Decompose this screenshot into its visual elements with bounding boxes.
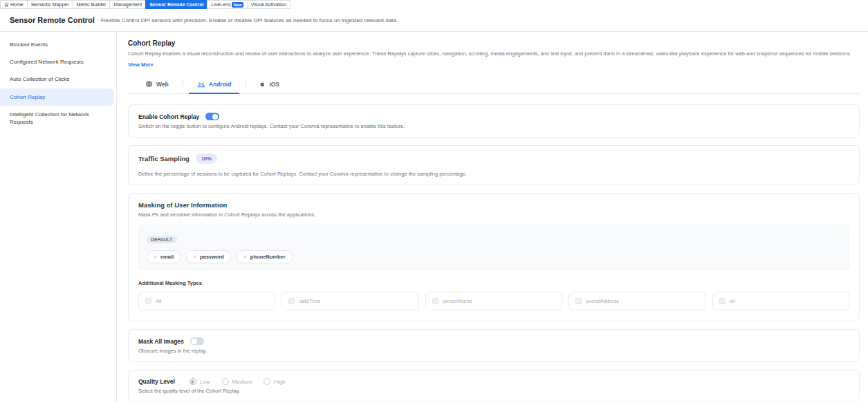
mask-all-images-description: Obscure images in the replay. (138, 348, 849, 354)
tab-divider (245, 79, 246, 86)
quality-option-high[interactable]: High (264, 378, 285, 385)
sidebar-item-blocked-events[interactable]: Blocked Events (0, 36, 114, 53)
masking-option-url[interactable]: url (712, 292, 849, 310)
masking-option-person-name[interactable]: personName (425, 292, 562, 310)
new-badge: New (232, 2, 243, 8)
chip-label: email (160, 254, 174, 260)
checkbox-icon[interactable] (145, 298, 151, 304)
additional-masking-types-label: Additional Masking Types (138, 280, 849, 286)
traffic-sampling-title: Traffic Sampling (138, 155, 190, 162)
default-masking-box: DEFAULT email password phoneNumber (138, 225, 849, 270)
quality-level-title: Quality Level (138, 378, 175, 385)
nav-tab-visual-activation[interactable]: Visual Activation (247, 0, 290, 9)
nav-tab-label: Semantic Mapper (31, 2, 69, 7)
mask-all-images-toggle[interactable] (190, 337, 204, 345)
additional-masking-options: All dateTime personName postalAddress (138, 292, 849, 310)
checkbox-icon[interactable] (432, 298, 438, 304)
globe-icon (145, 80, 153, 88)
page-title: Sensor Remote Control (10, 16, 95, 24)
traffic-sampling-card: Traffic Sampling 10% Define the percenta… (128, 145, 860, 185)
tab-web[interactable]: Web (135, 77, 179, 93)
masking-option-label: dateTime (299, 298, 320, 304)
top-navigation: Home Semantic Mapper Metric Builder Mana… (0, 0, 868, 9)
enable-cohort-replay-card: Enable Cohort Replay Switch on the toggl… (128, 104, 860, 138)
toggle-knob (212, 114, 218, 120)
home-icon (4, 2, 9, 7)
sidebar: Blocked Events Configured Network Reques… (0, 32, 116, 403)
page-header: Sensor Remote Control Flexible Control D… (0, 9, 868, 32)
nav-tab-label: Management (113, 2, 142, 7)
radio-icon[interactable] (222, 378, 229, 385)
check-icon (243, 254, 248, 260)
chip-phone-number: phoneNumber (237, 250, 293, 263)
mask-all-images-title: Mask All Images (138, 338, 184, 345)
quality-level-card: Quality Level Low Medium High (128, 370, 860, 402)
sidebar-item-auto-collection-of-clicks[interactable]: Auto Collection of Clicks (0, 71, 114, 88)
mask-all-images-card: Mask All Images Obscure images in the re… (128, 329, 860, 362)
nav-tab-semantic-mapper[interactable]: Semantic Mapper (27, 0, 73, 9)
chip-password: password (186, 250, 231, 263)
quality-option-label: High (274, 379, 285, 385)
section-title: Cohort Replay (128, 39, 860, 47)
tab-label: Web (156, 81, 169, 88)
tab-ios[interactable]: iOS (249, 77, 290, 93)
default-badge: DEFAULT (147, 236, 177, 243)
nav-tab-livelens[interactable]: LiveLens New (207, 0, 247, 9)
masking-description: Mask PII and sensitive information in Co… (138, 212, 849, 218)
toggle-knob (192, 339, 197, 344)
platform-tabbar: Web Android (128, 77, 860, 94)
view-more-link[interactable]: View More (128, 62, 154, 68)
nav-tab-management[interactable]: Management (109, 0, 146, 9)
quality-option-medium[interactable]: Medium (222, 378, 252, 385)
masking-option-all[interactable]: All (138, 292, 275, 310)
nav-tab-label: Home (10, 2, 24, 7)
nav-tab-home[interactable]: Home (0, 0, 28, 9)
masking-card: Masking of User Information Mask PII and… (128, 193, 860, 321)
apple-icon (259, 80, 266, 88)
masking-option-label: personName (443, 298, 472, 304)
checkbox-icon[interactable] (575, 298, 582, 304)
sampling-percentage-badge: 10% (196, 153, 217, 164)
check-icon (154, 254, 158, 260)
sidebar-item-configured-network-requests[interactable]: Configured Network Requests (0, 53, 114, 71)
nav-tab-label: Visual Activation (251, 2, 286, 7)
masking-option-label: postalAddress (586, 298, 619, 304)
masking-option-label: url (730, 298, 735, 304)
checkbox-icon[interactable] (719, 298, 726, 304)
tab-divider (183, 79, 183, 86)
section-description: Cohort Replay enables a visual reconstru… (128, 50, 860, 57)
radio-checked-icon[interactable] (190, 378, 196, 385)
android-icon (197, 82, 205, 88)
nav-tab-metric-builder[interactable]: Metric Builder (73, 0, 111, 9)
nav-tab-label: Sensor Remote Control (149, 2, 203, 7)
enable-cohort-replay-toggle[interactable] (205, 113, 219, 120)
masking-option-postal-address[interactable]: postalAddress (569, 292, 705, 310)
quality-option-low[interactable]: Low (190, 378, 210, 385)
main-content: Cohort Replay Cohort Replay enables a vi… (116, 32, 868, 403)
sidebar-item-cohort-replay[interactable]: Cohort Replay (0, 88, 114, 106)
chip-email: email (147, 250, 181, 263)
quality-option-label: Low (200, 379, 210, 385)
checkbox-icon[interactable] (288, 298, 295, 304)
masking-option-label: All (156, 298, 161, 304)
page-subtitle: Flexible Control DPI sensors with precis… (101, 17, 398, 24)
quality-level-radio-group: Low Medium High (190, 378, 286, 385)
tab-label: Android (209, 81, 232, 88)
radio-icon[interactable] (264, 378, 270, 385)
chip-label: phoneNumber (250, 254, 286, 260)
check-icon (193, 254, 197, 260)
nav-tab-label: Metric Builder (77, 2, 107, 7)
enable-cohort-replay-description: Switch on the toggle button to configure… (138, 123, 849, 129)
quality-option-label: Medium (232, 379, 252, 385)
tab-android[interactable]: Android (187, 78, 242, 93)
masking-title: Masking of User Information (138, 201, 849, 209)
chip-label: password (200, 254, 224, 260)
sidebar-item-intelligent-collection[interactable]: Intelligent Collection for Network Reque… (0, 106, 114, 131)
enable-cohort-replay-title: Enable Cohort Replay (138, 113, 199, 120)
masking-option-datetime[interactable]: dateTime (281, 292, 418, 310)
tab-label: iOS (269, 81, 279, 88)
quality-level-description: Select the quality level of the Cohort R… (138, 388, 849, 394)
nav-tab-sensor-remote-control[interactable]: Sensor Remote Control (145, 0, 207, 9)
default-chips: email password phoneNumber (147, 250, 841, 263)
nav-tab-label: LiveLens (211, 2, 230, 7)
